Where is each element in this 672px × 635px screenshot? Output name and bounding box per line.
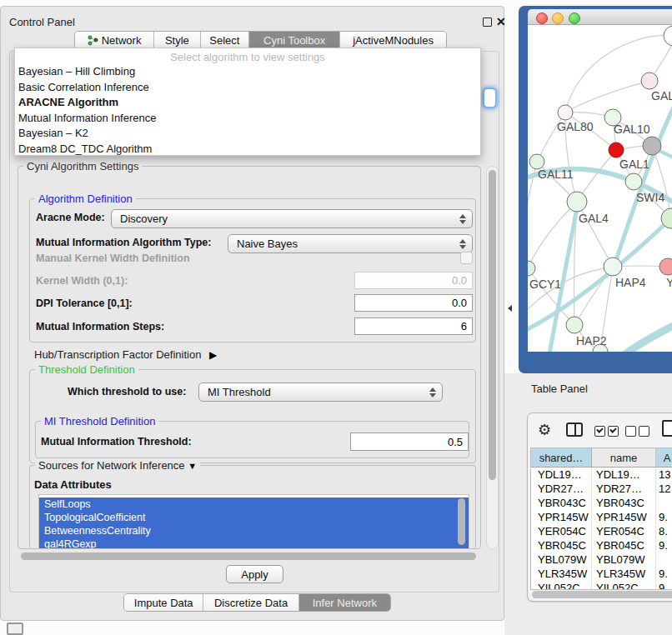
- cell[interactable]: 12: [656, 482, 672, 496]
- hub-definition-expander[interactable]: Hub/Transcription Factor Definition ▶: [34, 348, 217, 361]
- table-row[interactable]: YIL052C YIL052C 9: [531, 581, 672, 590]
- tab-network[interactable]: Network: [75, 32, 154, 48]
- column-header[interactable]: shared…: [531, 448, 592, 467]
- cell[interactable]: YDR27…: [592, 482, 656, 496]
- float-window-icon[interactable]: [483, 18, 492, 27]
- list-scrollbar-thumb[interactable]: [458, 498, 465, 545]
- horizontal-scrollbar-thumb[interactable]: [21, 552, 476, 560]
- cell[interactable]: YDL19…: [592, 468, 656, 482]
- dropdown-item[interactable]: Dream8 DC_TDC Algorithm: [17, 142, 469, 157]
- cell[interactable]: 9: [656, 581, 672, 590]
- dropdown-item-selected[interactable]: ARACNE Algorithm: [17, 95, 469, 110]
- node[interactable]: [641, 72, 658, 89]
- cell[interactable]: YBR045C: [531, 538, 592, 552]
- mi-algorithm-type-combo[interactable]: Naive Bayes: [228, 234, 473, 253]
- table-row[interactable]: YBL079W YBL079W: [531, 552, 672, 567]
- close-traffic-light-icon[interactable]: [536, 12, 548, 24]
- dropdown-item[interactable]: Basic Correlation Inference: [17, 80, 469, 95]
- node[interactable]: [664, 26, 672, 46]
- dropdown-item[interactable]: Bayesian – Hill Climbing: [17, 64, 469, 79]
- zoom-traffic-light-icon[interactable]: [569, 12, 580, 24]
- cell[interactable]: YDL19…: [531, 468, 592, 482]
- cell[interactable]: YDR27…: [531, 482, 592, 496]
- tab-select[interactable]: Select: [201, 32, 249, 48]
- minimize-traffic-light-icon[interactable]: [552, 12, 564, 24]
- cell[interactable]: YER054C: [592, 524, 656, 538]
- cell[interactable]: 9.: [656, 510, 672, 524]
- vertical-scrollbar-thumb[interactable]: [489, 170, 496, 480]
- table-row[interactable]: YLR345W YLR345W 9.: [531, 567, 672, 581]
- tab-jactivemnodules[interactable]: jActiveMNodules: [340, 32, 446, 48]
- manual-kernel-width-checkbox[interactable]: [460, 252, 473, 264]
- expand-arrow-icon[interactable]: ▶: [209, 349, 217, 361]
- node-salmon[interactable]: [659, 258, 672, 275]
- node[interactable]: [625, 173, 642, 190]
- table-row[interactable]: YDL19… YDL19… 13: [531, 468, 672, 482]
- node-gal4[interactable]: [567, 192, 587, 212]
- cell[interactable]: YER054C: [531, 524, 592, 538]
- data-attributes-list[interactable]: SelfLoops TopologicalCoefficient Between…: [38, 494, 469, 549]
- dropdown-item[interactable]: Mutual Information Inference: [17, 111, 469, 126]
- node-table[interactable]: shared… name A YDL19… YDL19… 13 YDR27… Y…: [530, 448, 672, 590]
- deselect-all-columns-icon[interactable]: [625, 426, 649, 437]
- node-hap2[interactable]: [566, 317, 583, 333]
- vertical-scrollbar[interactable]: [486, 166, 499, 549]
- node-gcy1[interactable]: [528, 261, 535, 276]
- tab-infer-network[interactable]: Infer Network: [299, 594, 390, 611]
- tab-cyni-toolbox[interactable]: Cyni Toolbox: [249, 32, 340, 48]
- algorithm-combo-focus-remnant[interactable]: [483, 88, 497, 108]
- cell[interactable]: YLR345W: [531, 567, 592, 581]
- column-header[interactable]: A: [656, 448, 672, 467]
- cell[interactable]: [656, 496, 672, 510]
- cell[interactable]: YPR145W: [592, 510, 656, 524]
- cell[interactable]: YBR045C: [592, 538, 656, 552]
- collapsed-panel-icon[interactable]: [7, 622, 23, 635]
- new-column-icon[interactable]: [662, 420, 672, 437]
- cell[interactable]: YLR345W: [592, 567, 656, 581]
- list-item[interactable]: gal4RGexp: [39, 538, 469, 549]
- dropdown-item[interactable]: Bayesian – K2: [17, 126, 469, 141]
- aracne-mode-combo[interactable]: Discovery: [111, 209, 473, 228]
- gear-icon[interactable]: ⚙: [538, 422, 551, 438]
- tab-style[interactable]: Style: [154, 32, 201, 48]
- list-item[interactable]: SelfLoops: [39, 498, 469, 511]
- kernel-width-field[interactable]: 0.0: [354, 272, 473, 289]
- dpi-tolerance-field[interactable]: 0.0: [354, 294, 473, 312]
- mi-steps-field[interactable]: 6: [354, 318, 473, 335]
- cell[interactable]: YPR145W: [531, 510, 592, 524]
- cell[interactable]: YBL079W: [592, 552, 656, 567]
- cell[interactable]: YBL079W: [531, 552, 592, 567]
- node-gal80[interactable]: [558, 105, 573, 120]
- collapse-arrow-icon[interactable]: ▼: [188, 461, 197, 471]
- network-window-titlebar[interactable]: [528, 9, 672, 25]
- table-row[interactable]: YBR043C YBR043C: [531, 496, 672, 510]
- list-item[interactable]: TopologicalCoefficient: [39, 511, 469, 524]
- network-canvas[interactable]: GAL GAL80 GAL10 GAL1 GAL11 SWI4 GAL4 GCY…: [528, 25, 672, 352]
- node-red[interactable]: [609, 142, 624, 158]
- select-all-columns-icon[interactable]: [594, 426, 619, 437]
- cell[interactable]: YBR043C: [531, 496, 592, 510]
- node-gray[interactable]: [643, 137, 661, 155]
- cell[interactable]: 13: [656, 468, 672, 482]
- cell[interactable]: YBR043C: [592, 496, 656, 510]
- table-row[interactable]: YDR27… YDR27… 12: [531, 482, 672, 496]
- table-row[interactable]: YPR145W YPR145W 9.: [531, 510, 672, 524]
- cell[interactable]: YIL052C: [592, 581, 656, 590]
- which-threshold-combo[interactable]: MI Threshold: [198, 382, 443, 402]
- divider-collapse-icon[interactable]: [508, 305, 512, 312]
- tab-discretize-data[interactable]: Discretize Data: [203, 594, 298, 611]
- table-row[interactable]: YER054C YER054C 8.: [531, 524, 672, 538]
- cell[interactable]: 9.: [656, 567, 672, 581]
- cell[interactable]: [656, 552, 672, 567]
- cell[interactable]: 8.: [656, 524, 672, 538]
- split-columns-icon[interactable]: [566, 422, 583, 437]
- cell[interactable]: YIL052C: [531, 581, 592, 590]
- list-item[interactable]: BetweennessCentrality: [39, 524, 469, 538]
- apply-button[interactable]: Apply: [226, 565, 283, 583]
- cell[interactable]: 9.: [656, 538, 672, 552]
- tab-impute-data[interactable]: Impute Data: [124, 594, 203, 611]
- close-icon[interactable]: ✕: [496, 15, 506, 28]
- column-header[interactable]: name: [592, 448, 656, 467]
- table-row[interactable]: YBR045C YBR045C 9.: [531, 538, 672, 552]
- table-hscrollbar-thumb[interactable]: [532, 591, 672, 598]
